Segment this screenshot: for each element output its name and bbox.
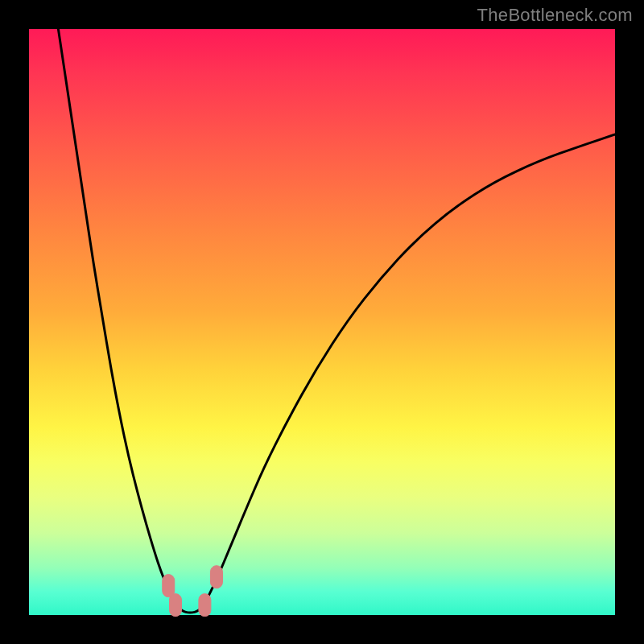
chart-frame: TheBottleneck.com (0, 0, 644, 644)
ascending-marker (210, 566, 222, 588)
descending-marker (163, 575, 175, 597)
plot-area (29, 29, 615, 615)
valley-left-marker (170, 594, 182, 617)
chart-svg (29, 29, 615, 615)
series-right-branch (204, 134, 615, 603)
series-left-branch (58, 29, 175, 603)
valley-right-marker (199, 594, 211, 617)
watermark-text: TheBottleneck.com (477, 5, 633, 26)
marker-group (163, 566, 223, 617)
series-group (58, 29, 615, 613)
